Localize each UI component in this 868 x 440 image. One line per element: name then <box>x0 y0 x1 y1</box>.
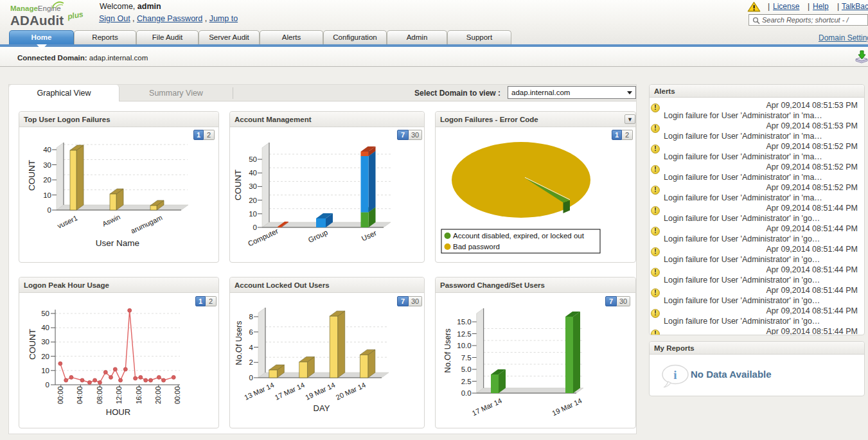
svg-text:16:00: 16:00 <box>135 386 143 404</box>
svg-text:30: 30 <box>249 182 257 190</box>
svg-text:17 Mar 14: 17 Mar 14 <box>274 381 306 401</box>
svg-text:0: 0 <box>249 374 253 382</box>
svg-text:40: 40 <box>249 169 257 177</box>
svg-text:Aswin: Aswin <box>101 213 121 227</box>
svg-text:2.5: 2.5 <box>461 378 472 385</box>
svg-text:4: 4 <box>249 344 254 351</box>
svg-text:04:00: 04:00 <box>76 386 84 404</box>
svg-text:7.5: 7.5 <box>461 354 472 362</box>
svg-text:User: User <box>360 229 378 242</box>
svg-text:Group: Group <box>307 228 329 243</box>
svg-text:5.0: 5.0 <box>461 365 472 373</box>
svg-text:00:00: 00:00 <box>57 386 64 404</box>
svg-text:20: 20 <box>41 353 49 360</box>
svg-text:No.Of Users: No.Of Users <box>443 329 452 373</box>
svg-text:19 Mar 14: 19 Mar 14 <box>304 381 336 401</box>
svg-text:30: 30 <box>41 338 49 346</box>
svg-text:10.0: 10.0 <box>457 342 471 349</box>
svg-text:00:00: 00:00 <box>173 386 181 404</box>
svg-text:13 Mar 14: 13 Mar 14 <box>243 381 275 401</box>
svg-text:10: 10 <box>43 191 51 199</box>
svg-text:Account disabled, expired, or: Account disabled, expired, or locked out <box>453 232 585 240</box>
svg-text:COUNT: COUNT <box>27 160 37 191</box>
svg-text:6: 6 <box>249 328 253 336</box>
svg-text:arumugam: arumugam <box>130 213 164 234</box>
svg-text:i: i <box>673 368 677 382</box>
svg-text:15.0: 15.0 <box>457 318 471 326</box>
svg-text:0: 0 <box>46 381 49 389</box>
svg-text:10: 10 <box>249 210 257 218</box>
svg-text:20: 20 <box>43 176 51 184</box>
svg-text:40: 40 <box>41 324 49 331</box>
svg-text:User Name: User Name <box>96 238 139 248</box>
svg-text:COUNT: COUNT <box>28 329 37 360</box>
svg-text:20:00: 20:00 <box>154 386 162 404</box>
svg-text:20: 20 <box>249 197 257 204</box>
svg-text:12:00: 12:00 <box>115 386 123 404</box>
svg-text:COUNT: COUNT <box>233 170 243 200</box>
svg-text:40: 40 <box>43 146 51 154</box>
svg-text:DAY: DAY <box>314 403 330 413</box>
svg-text:vuser1: vuser1 <box>56 214 78 230</box>
svg-text:2: 2 <box>249 358 253 366</box>
svg-text:HOUR: HOUR <box>106 407 130 417</box>
svg-text:0.0: 0.0 <box>461 389 472 397</box>
svg-text:0: 0 <box>48 206 51 214</box>
svg-text:20 Mar 14: 20 Mar 14 <box>335 381 367 401</box>
svg-text:Computer: Computer <box>247 227 279 247</box>
svg-text:Bad password: Bad password <box>453 243 500 251</box>
svg-text:8: 8 <box>249 313 253 321</box>
svg-text:No.Of Users: No.Of Users <box>235 321 244 365</box>
svg-text:30: 30 <box>43 161 51 169</box>
svg-text:08:00: 08:00 <box>96 386 103 404</box>
svg-text:0: 0 <box>253 224 257 231</box>
svg-text:12.5: 12.5 <box>457 330 471 338</box>
svg-text:50: 50 <box>249 155 257 163</box>
svg-text:50: 50 <box>41 310 49 317</box>
svg-text:10: 10 <box>41 367 49 374</box>
svg-text:17 Mar 14: 17 Mar 14 <box>471 396 503 417</box>
svg-text:19 Mar 14: 19 Mar 14 <box>551 396 583 417</box>
